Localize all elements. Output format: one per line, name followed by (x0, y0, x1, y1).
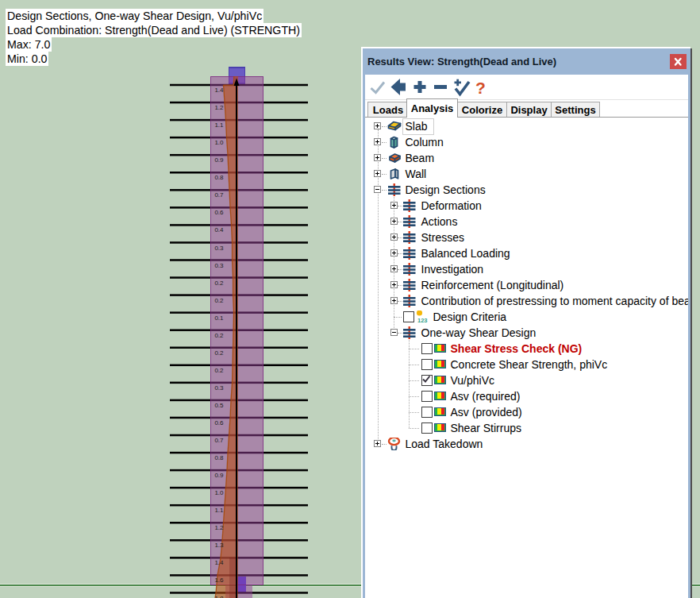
svg-text:1.3: 1.3 (214, 542, 224, 549)
svg-text:0.9: 0.9 (214, 472, 224, 479)
svg-text:1.6: 1.6 (214, 577, 224, 584)
svg-text:0.6: 0.6 (214, 209, 224, 216)
svg-text:0.9: 0.9 (214, 156, 224, 164)
svg-text:0.4: 0.4 (214, 226, 224, 233)
svg-text:123: 123 (417, 316, 428, 323)
svg-text:1.1: 1.1 (214, 122, 224, 129)
svg-text:0.3: 0.3 (214, 262, 224, 269)
svg-text:0.8: 0.8 (214, 174, 224, 181)
svg-text:1.0: 1.0 (214, 489, 224, 496)
svg-text:0.7: 0.7 (214, 191, 224, 199)
svg-text:0.7: 0.7 (214, 437, 224, 444)
svg-text:0.2: 0.2 (214, 297, 224, 304)
svg-text:1.0: 1.0 (214, 139, 224, 146)
svg-text:0.6: 0.6 (214, 419, 224, 426)
svg-text:1.4: 1.4 (214, 559, 224, 566)
svg-text:?: ? (475, 79, 486, 97)
svg-text:0.3: 0.3 (214, 384, 224, 392)
svg-text:0.2: 0.2 (214, 332, 224, 339)
svg-text:0.2: 0.2 (214, 367, 224, 374)
svg-text:0.3: 0.3 (214, 245, 224, 252)
svg-text:1.1: 1.1 (214, 507, 224, 514)
svg-text:0.2: 0.2 (214, 280, 224, 287)
svg-text:0.5: 0.5 (214, 402, 224, 409)
svg-text:1.2: 1.2 (214, 104, 224, 111)
svg-text:0.8: 0.8 (214, 454, 224, 461)
svg-text:1.8: 1.8 (214, 595, 224, 598)
svg-text:1.4: 1.4 (214, 87, 224, 94)
svg-text:0.1: 0.1 (214, 314, 224, 322)
svg-text:1.2: 1.2 (214, 524, 224, 531)
svg-text:0.2: 0.2 (214, 349, 224, 357)
